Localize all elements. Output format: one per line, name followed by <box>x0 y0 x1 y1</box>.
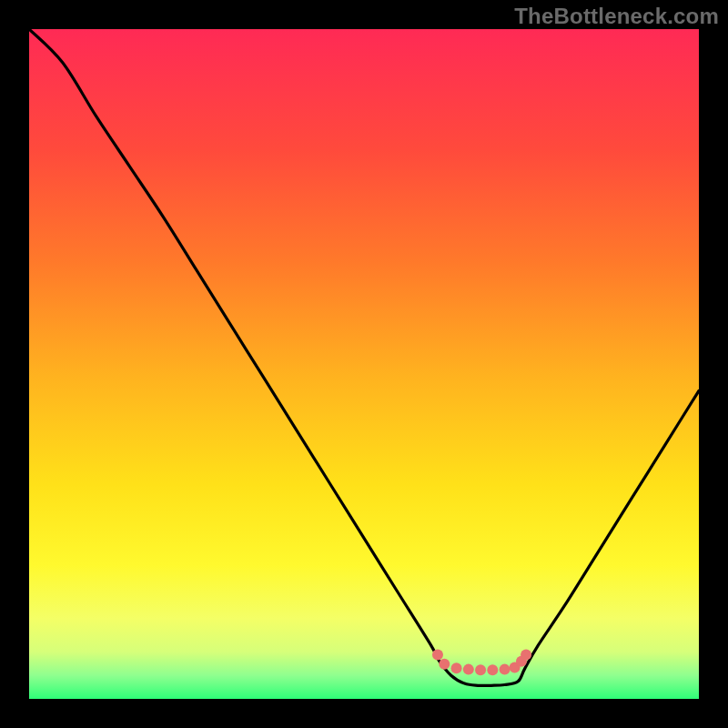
optimum-marker <box>475 664 486 675</box>
optimum-marker <box>463 664 474 675</box>
optimum-marker <box>521 649 531 660</box>
optimum-marker <box>439 659 450 670</box>
optimum-marker <box>432 649 443 660</box>
optimum-marker <box>487 664 498 675</box>
plot-svg <box>29 29 699 699</box>
optimum-marker <box>500 664 511 675</box>
watermark-label: TheBottleneck.com <box>514 4 719 29</box>
plot-area <box>29 29 699 699</box>
chart-frame: TheBottleneck.com <box>0 0 728 728</box>
gradient-background <box>29 29 699 699</box>
optimum-marker <box>451 662 462 673</box>
